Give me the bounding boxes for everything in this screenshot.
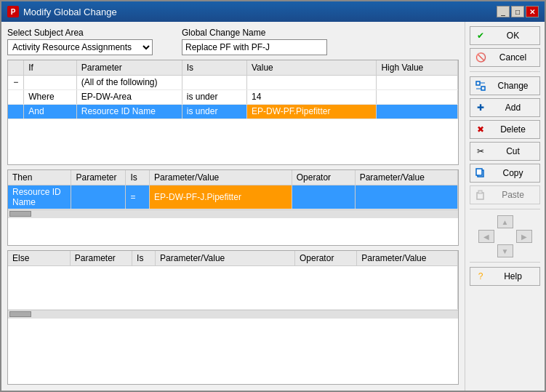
nav-down-button[interactable]: ▼: [497, 244, 513, 257]
then-col-paramval: Parameter/Value: [150, 170, 292, 185]
is-cell: is under: [182, 89, 246, 104]
then-col-operator: Operator: [292, 170, 355, 185]
if-table: If Parameter Is Value High Value − (All …: [8, 60, 458, 119]
nav-row-bottom: ▼: [478, 244, 532, 257]
table-row[interactable]: Resource ID Name = EP-DW-PF-J.Pipefitter: [8, 185, 458, 209]
paste-icon: [475, 189, 486, 201]
nav-row-top: ▲: [478, 215, 532, 228]
ok-button[interactable]: ✔ OK: [470, 26, 540, 45]
svg-rect-5: [476, 169, 482, 175]
then-col-then: Then: [8, 170, 71, 185]
parameter-cell: EP-DW-Area: [76, 89, 182, 104]
else-col-else: Else: [8, 251, 70, 265]
highvalue-cell: [377, 104, 458, 119]
nav-left-button[interactable]: ◀: [478, 230, 494, 243]
window-controls: _ □ ✕: [497, 6, 539, 17]
paramval-cell: EP-DW-PF-J.Pipefitter: [150, 185, 292, 209]
svg-rect-7: [478, 191, 482, 193]
is-cell: =: [126, 185, 150, 209]
title-bar-left: P Modify Global Change: [7, 6, 117, 17]
content-area: Select Subject Area Activity Resource As…: [1, 22, 545, 391]
help-icon: ?: [475, 271, 486, 282]
then-section: Then Parameter Is Parameter/Value Operat…: [7, 169, 459, 246]
else-col-operator: Operator: [295, 251, 357, 265]
then-col-parameter: Parameter: [71, 170, 126, 185]
if-col-is: Is: [182, 60, 246, 75]
operator-cell: [292, 185, 355, 209]
help-label: Help: [491, 271, 535, 281]
add-label: Add: [491, 103, 535, 113]
main-window: P Modify Global Change _ □ ✕ Select Subj…: [0, 0, 546, 392]
minimize-button[interactable]: _: [497, 6, 510, 17]
then-scrollbar[interactable]: [8, 209, 458, 218]
svg-rect-1: [481, 87, 485, 90]
title-bar: P Modify Global Change _ □ ✕: [1, 1, 545, 22]
subject-area-select[interactable]: Activity Resource Assignments: [7, 39, 153, 55]
divider-2: [470, 209, 540, 209]
delete-icon: ✖: [475, 124, 486, 135]
paste-label: Paste: [491, 190, 535, 200]
add-button[interactable]: ✚ Add: [470, 98, 540, 117]
nav-row-middle: ◀ ▶: [478, 230, 532, 243]
expand-cell[interactable]: −: [8, 75, 24, 89]
ok-icon: ✔: [475, 30, 486, 41]
cut-button[interactable]: ✂ Cut: [470, 142, 540, 161]
top-form-row: Select Subject Area Activity Resource As…: [7, 28, 459, 55]
cut-icon: ✂: [475, 145, 486, 157]
svg-rect-0: [476, 81, 480, 85]
table-row[interactable]: And Resource ID Name is under EP-DW-PF.P…: [8, 104, 458, 119]
add-icon: ✚: [475, 102, 486, 113]
else-table: Else Parameter Is Parameter/Value Operat…: [8, 251, 458, 310]
nav-right-button[interactable]: ▶: [516, 230, 532, 243]
parameter-cell: (All of the following): [76, 75, 182, 89]
close-button[interactable]: ✕: [526, 6, 539, 17]
parameter-cell: Resource ID Name: [76, 104, 182, 119]
if-col-value: Value: [246, 60, 376, 75]
value-cell: [246, 75, 376, 89]
delete-button[interactable]: ✖ Delete: [470, 120, 540, 139]
help-button[interactable]: ? Help: [470, 267, 540, 286]
then-col-paramval2: Parameter/Value: [355, 170, 457, 185]
then-col-is: Is: [126, 170, 150, 185]
cancel-icon: 🚫: [475, 52, 486, 63]
else-col-paramval2: Parameter/Value: [357, 251, 458, 265]
change-icon: [475, 80, 486, 92]
change-label: Change: [491, 81, 535, 91]
right-panel: ✔ OK 🚫 Cancel Change: [465, 22, 545, 391]
copy-button[interactable]: Copy: [470, 164, 540, 183]
then-table: Then Parameter Is Parameter/Value Operat…: [8, 170, 458, 209]
nav-arrows: ▲ ◀ ▶ ▼: [470, 215, 540, 257]
copy-label: Copy: [491, 168, 535, 178]
if-col-if: If: [24, 60, 77, 75]
else-col-parameter: Parameter: [70, 251, 132, 265]
scrollbar-thumb[interactable]: [9, 311, 31, 317]
highvalue-cell: [377, 89, 458, 104]
ok-label: OK: [491, 31, 535, 41]
divider-3: [470, 262, 540, 263]
maximize-button[interactable]: □: [511, 6, 524, 17]
if-col-parameter: Parameter: [76, 60, 182, 75]
table-row[interactable]: Where EP-DW-Area is under 14: [8, 89, 458, 104]
table-row[interactable]: − (All of the following): [8, 75, 458, 89]
then-cell: Resource ID Name: [8, 185, 71, 209]
global-change-input[interactable]: [182, 39, 327, 55]
else-section: Else Parameter Is Parameter/Value Operat…: [7, 250, 459, 385]
nav-up-button[interactable]: ▲: [497, 215, 513, 228]
divider-1: [470, 71, 540, 72]
else-col-is: Is: [132, 251, 156, 265]
else-col-paramval: Parameter/Value: [156, 251, 295, 265]
paramval2-cell: [355, 185, 457, 209]
change-button[interactable]: Change: [470, 76, 540, 95]
window-title: Modify Global Change: [23, 7, 117, 17]
scrollbar-thumb[interactable]: [9, 211, 31, 217]
cut-label: Cut: [491, 146, 535, 156]
delete-label: Delete: [491, 124, 535, 135]
cancel-button[interactable]: 🚫 Cancel: [470, 48, 540, 67]
cancel-label: Cancel: [491, 52, 535, 63]
expand-cell: [8, 104, 24, 119]
else-scrollbar[interactable]: [8, 310, 458, 319]
if-section: If Parameter Is Value High Value − (All …: [7, 60, 459, 165]
paste-button[interactable]: Paste: [470, 185, 540, 204]
value-cell: 14: [246, 89, 376, 104]
table-row: [8, 265, 458, 309]
